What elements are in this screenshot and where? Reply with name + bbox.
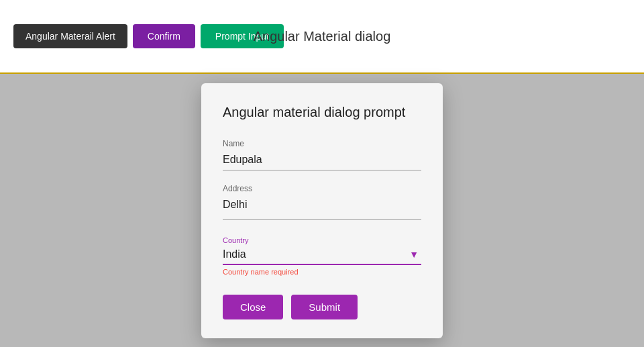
country-error: Country name required — [223, 268, 421, 276]
dialog-actions: Close Submit — [223, 295, 421, 319]
top-bar: Angular Material dialog Angular Materail… — [0, 0, 644, 74]
country-field: Country India USA UK Australia Canada ▼ … — [223, 236, 421, 276]
address-field: Address Delhi — [223, 184, 421, 223]
submit-button[interactable]: Submit — [291, 295, 358, 319]
address-input[interactable]: Delhi — [223, 196, 421, 220]
dialog: Angular material dialog prompt Name Addr… — [201, 83, 443, 338]
address-label: Address — [223, 184, 421, 193]
page-title: Angular Material dialog — [254, 29, 391, 44]
overlay: Angular material dialog prompt Name Addr… — [0, 74, 644, 347]
country-select-wrapper: India USA UK Australia Canada ▼ — [223, 246, 421, 265]
country-label: Country — [223, 236, 421, 244]
country-select[interactable]: India USA UK Australia Canada — [223, 246, 421, 264]
confirm-button[interactable]: Confirm — [133, 24, 195, 48]
close-button[interactable]: Close — [223, 295, 283, 319]
name-input[interactable] — [223, 151, 421, 170]
dialog-title: Angular material dialog prompt — [223, 105, 421, 120]
name-label: Name — [223, 139, 421, 148]
name-field: Name — [223, 139, 421, 170]
alert-button[interactable]: Angular Materail Alert — [13, 24, 127, 48]
